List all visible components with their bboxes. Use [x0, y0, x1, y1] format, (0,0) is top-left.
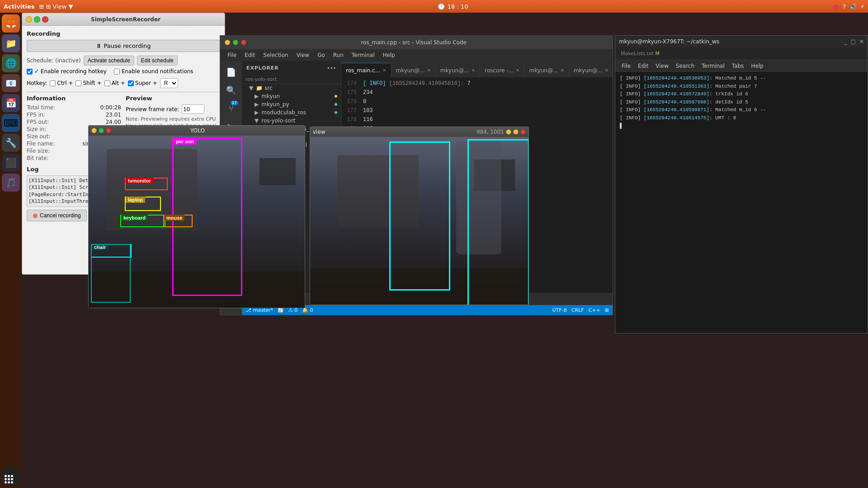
catkin-menu-help[interactable]: Help [748, 62, 766, 70]
cancel-icon: ⊗ [33, 212, 38, 219]
statusbar-encoding[interactable]: UTF-8 [552, 307, 567, 313]
ssr-maximize-btn[interactable] [34, 16, 40, 23]
view-button[interactable]: ⊞ ⊞ View ▼ [39, 3, 73, 10]
tree-mkyun[interactable]: ▶ mkyun [242, 92, 341, 100]
ssr-super-checkbox[interactable] [128, 80, 134, 86]
activities-button[interactable]: Activities [4, 3, 35, 10]
dock-terminal[interactable]: ⬛ [2, 154, 20, 172]
catkin-menu-edit[interactable]: Edit [635, 62, 651, 70]
menu-selection[interactable]: Selection [259, 51, 292, 59]
time-display: 18 : 10 [448, 3, 468, 10]
tab-roscore-close[interactable]: ✕ [516, 68, 519, 73]
menu-terminal[interactable]: Terminal [348, 51, 378, 59]
dock-app6[interactable]: 🎵 [2, 174, 20, 192]
ssr-ctrl-checkbox[interactable] [50, 80, 56, 86]
ros-yolo-sort-tab[interactable]: ros-yolo-sort [242, 75, 341, 84]
catkin-menu-view[interactable]: View [653, 62, 671, 70]
ssr-sound-checkbox[interactable] [114, 69, 120, 75]
catkin-tab-makelists[interactable]: MakeLists.txt M [615, 47, 665, 60]
top-bar-left: Activities ⊞ ⊞ View ▼ [4, 3, 73, 10]
dock-app5[interactable]: 🔧 [2, 134, 20, 152]
dock-vscode[interactable]: ⌨ [2, 114, 20, 132]
tab-ros-main-close[interactable]: ✕ [382, 68, 386, 73]
yolo-titlebar: YOLO [89, 126, 305, 136]
tab-mkyun2[interactable]: mkyun@... ✕ [436, 63, 480, 77]
ssr-edit-schedule-btn[interactable]: Edit schedule [137, 56, 178, 66]
activitybar-search[interactable]: 🔍 [223, 82, 239, 98]
menu-go[interactable]: Go [314, 51, 329, 59]
ssr-super-mod[interactable]: Super + [128, 80, 157, 86]
catkin-menu-file[interactable]: File [619, 62, 633, 70]
explorer-more-btn[interactable]: ··· [327, 64, 336, 72]
ssr-alt-checkbox[interactable] [104, 80, 110, 86]
tab-mkyun4[interactable]: mkyun@... ✕ [569, 63, 613, 77]
tab-mkyun3-close[interactable]: ✕ [560, 68, 564, 73]
yolo-maximize[interactable] [99, 128, 104, 133]
top-bar-clock: 🕐 18 : 10 [438, 3, 468, 10]
tab-mkyun4-close[interactable]: ✕ [605, 68, 609, 73]
dock-appgrid[interactable] [2, 467, 20, 485]
ssr-pause-button[interactable]: ⏸ Pause recording [27, 40, 220, 52]
ssr-hotkey-checkbox[interactable] [27, 69, 33, 75]
view-minimize[interactable] [506, 129, 511, 135]
dock-app3[interactable]: 📧 [2, 74, 20, 92]
ssr-shift-mod[interactable]: Shift + [75, 80, 101, 86]
statusbar-eol[interactable]: CRLF [571, 307, 584, 313]
ssr-ctrl-mod[interactable]: Ctrl + [50, 80, 73, 86]
menu-file[interactable]: File [224, 51, 240, 59]
ssr-activate-schedule-btn[interactable]: Activate schedule [84, 56, 134, 66]
activitybar-explorer[interactable]: 📄 [223, 64, 239, 80]
tab-mkyun1-close[interactable]: ✕ [427, 68, 430, 73]
ssr-framerate-input[interactable] [182, 104, 204, 114]
tree-src[interactable]: ▼ 📁 src [242, 84, 341, 92]
tab-mkyun3[interactable]: mkyun@... ✕ [524, 63, 569, 77]
tab-roscore[interactable]: roscore -... ✕ [480, 63, 524, 77]
tree-modudculab[interactable]: ▶ modudculab_ros [242, 108, 341, 117]
monitor-shape [259, 158, 296, 185]
dock-app2[interactable]: 🌐 [2, 54, 20, 72]
ssr-shift-checkbox[interactable] [75, 80, 81, 86]
tab-ros-main[interactable]: ros_main.c... ✕ [341, 63, 392, 77]
statusbar-layout[interactable]: ⊞ [605, 307, 609, 313]
yolo-minimize[interactable] [91, 128, 97, 133]
activitybar-git[interactable]: ⑂ 97 [223, 100, 239, 116]
terminal-line-5: [ INFO] [1655284249.410599971]: Matched … [620, 106, 863, 114]
ssr-key-select[interactable]: R [160, 78, 178, 88]
ssr-enable-sound-check[interactable]: Enable sound notifications [114, 68, 193, 75]
tab-mkyun1[interactable]: mkyun@... ✕ [392, 63, 436, 77]
dock-files[interactable]: 📁 [2, 34, 20, 52]
tab-mkyun2-close[interactable]: ✕ [472, 68, 475, 73]
view-close[interactable] [520, 129, 526, 135]
ssr-minimize-btn[interactable] [26, 16, 32, 23]
catkin-menu-search[interactable]: Search [673, 62, 697, 70]
ssr-cancel-button[interactable]: ⊗ Cancel recording [27, 210, 87, 221]
vscode-close-btn[interactable] [241, 40, 246, 45]
top-bar: Activities ⊞ ⊞ View ▼ 🕐 18 : 10 ● ? 🔊 ⚡ [0, 0, 868, 13]
tree-mkyun-py[interactable]: ▶ mkyun_py [242, 100, 341, 108]
menu-view[interactable]: View [293, 51, 313, 59]
ssr-size-in-label: Size in: [27, 126, 46, 132]
catkin-menu-tabs[interactable]: Tabs [729, 62, 747, 70]
catkin-minimize[interactable]: _ [844, 38, 847, 45]
catkin-menu-terminal[interactable]: Terminal [699, 62, 727, 70]
menu-edit[interactable]: Edit [241, 51, 259, 59]
dock-firefox[interactable]: 🦊 [2, 14, 20, 33]
tree-ros-yolo-sort[interactable]: ▼ ros-yolo-sort [242, 117, 341, 125]
ssr-enable-hotkey-check[interactable]: ✓ Enable recording hotkey [27, 68, 107, 75]
vscode-minimize-btn[interactable] [225, 40, 230, 45]
ssr-ctrl-label: Ctrl + [57, 80, 73, 86]
statusbar-language[interactable]: C++ [589, 307, 600, 313]
view-restore[interactable] [513, 129, 519, 135]
catkin-close[interactable]: ✕ [859, 38, 864, 45]
yolo-close[interactable] [106, 128, 111, 133]
ssr-close-btn[interactable] [42, 16, 48, 23]
catkin-content[interactable]: [ INFO] [1655284249.410536953]: Matched … [615, 72, 868, 333]
dock-app4[interactable]: 📅 [2, 94, 20, 112]
menu-run[interactable]: Run [330, 51, 347, 59]
vscode-maximize-btn[interactable] [233, 40, 238, 45]
catkin-maximize[interactable]: □ [851, 38, 856, 45]
line-178: 178 [341, 115, 357, 124]
menu-help[interactable]: Help [379, 51, 399, 59]
det-keyboard-label: keyboard [121, 215, 148, 221]
ssr-alt-mod[interactable]: Alt + [104, 80, 125, 86]
